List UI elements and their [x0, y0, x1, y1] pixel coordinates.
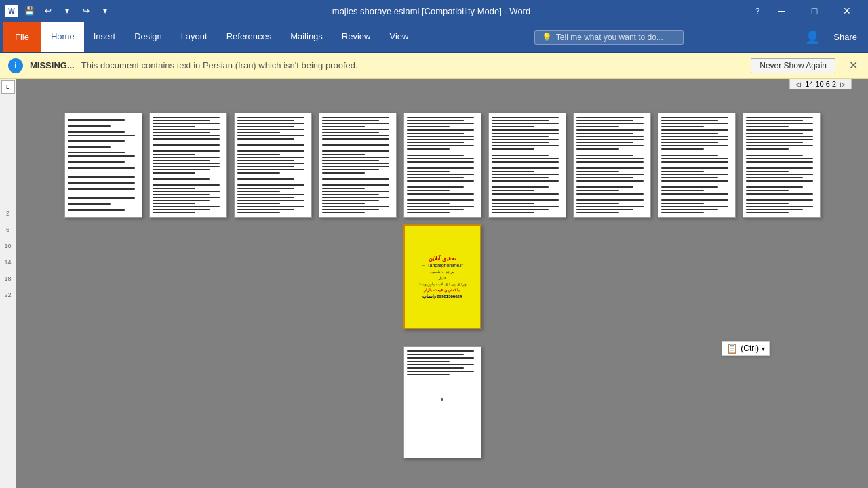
title-bar: W 💾 ↩ ▾ ↪ ▾ majles shoraye eslami [Compa…: [0, 0, 868, 22]
tab-view[interactable]: View: [380, 22, 418, 52]
ruler-numbers: 2 6 10 14 18 22: [4, 95, 11, 298]
tab-stop-button[interactable]: L: [1, 80, 15, 94]
page-9[interactable]: [743, 113, 821, 218]
tab-mailings[interactable]: Mailings: [281, 22, 332, 52]
undo-button[interactable]: ↩: [41, 3, 56, 18]
clipboard-icon: 📋: [726, 343, 738, 354]
page-10-ad[interactable]: تحقیق آنلاین Tahghighonline.ir ← مرجع دا…: [403, 224, 481, 329]
search-box[interactable]: 💡 Tell me what you want to do...: [534, 30, 684, 45]
page-2[interactable]: [149, 113, 227, 218]
page-content-7: [574, 113, 650, 217]
page-content-2: [150, 113, 226, 217]
page-content-3: [235, 113, 311, 217]
notification-message: This document contains text in Persian (…: [81, 60, 745, 70]
left-ruler: L 2 6 10 14 18 22: [0, 79, 16, 488]
close-button[interactable]: ✕: [831, 0, 863, 22]
share-button[interactable]: Share: [825, 22, 865, 52]
ad-content: تحقیق آنلاین Tahghighonline.ir ← مرجع دا…: [405, 226, 480, 328]
page-3[interactable]: [234, 113, 312, 218]
page-content-6: [489, 113, 566, 217]
tab-layout[interactable]: Layout: [172, 22, 217, 52]
paste-options-popup[interactable]: 📋 (Ctrl) ▾: [722, 341, 770, 356]
page-1[interactable]: [64, 113, 142, 218]
tab-file[interactable]: File: [3, 22, 41, 52]
tab-insert[interactable]: Insert: [84, 22, 125, 52]
notification-icon: i: [8, 58, 23, 73]
never-show-again-button[interactable]: Never Show Again: [751, 58, 835, 73]
ribbon-search-area: 💡 Tell me what you want to do...: [418, 22, 800, 52]
ribbon: File Home Insert Design Layout Reference…: [0, 22, 868, 53]
page-7[interactable]: [573, 113, 651, 218]
help-icon[interactable]: ?: [750, 3, 765, 18]
app-icon: W: [5, 5, 18, 17]
page-8[interactable]: [658, 113, 736, 218]
search-placeholder-text: Tell me what you want to do...: [556, 33, 663, 42]
page-content-9: [743, 113, 820, 217]
page-content-11: [404, 347, 481, 458]
tab-design[interactable]: Design: [125, 22, 171, 52]
pages-grid-row1: تحقیق آنلاین Tahghighonline.ir ← مرجع دا…: [30, 99, 854, 343]
window-title: majles shoraye eslami [Compatibility Mod…: [113, 6, 750, 16]
save-button[interactable]: 💾: [22, 3, 37, 18]
undo-dropdown[interactable]: ▾: [60, 3, 75, 18]
page-4[interactable]: [319, 113, 397, 218]
account-area[interactable]: 👤: [800, 22, 825, 52]
restore-button[interactable]: □: [799, 0, 830, 22]
page-content-1: [65, 113, 142, 217]
tab-references[interactable]: References: [217, 22, 281, 52]
page-6[interactable]: [488, 113, 566, 218]
page-content-5: [404, 113, 481, 217]
page-5[interactable]: [403, 113, 481, 218]
minimize-button[interactable]: ─: [766, 0, 797, 22]
tab-home[interactable]: Home: [41, 22, 84, 52]
notification-bar: i MISSING... This document contains text…: [0, 53, 868, 79]
ctrl-label: (Ctrl): [741, 344, 759, 353]
redo-button[interactable]: ↪: [79, 3, 94, 18]
tab-review[interactable]: Review: [332, 22, 380, 52]
page-11[interactable]: [403, 346, 481, 458]
lightbulb-icon: 💡: [542, 33, 552, 42]
ctrl-arrow: ▾: [762, 345, 765, 352]
ruler-indicator: ◁ 14 10 6 2 ▷: [789, 79, 852, 89]
page-content-8: [658, 113, 735, 217]
document-area: L 2 6 10 14 18 22 ◁ 14 10 6 2 ▷: [0, 79, 868, 488]
title-bar-left: W 💾 ↩ ▾ ↪ ▾: [5, 3, 113, 18]
customize-button[interactable]: ▾: [98, 3, 113, 18]
notification-close-button[interactable]: ✕: [846, 59, 860, 73]
title-bar-controls: ? ─ □ ✕: [750, 0, 863, 22]
notification-title: MISSING...: [30, 60, 75, 70]
page-content-4: [319, 113, 396, 217]
main-document-area[interactable]: ◁ 14 10 6 2 ▷: [16, 79, 868, 488]
pages-grid-row2: [403, 346, 481, 458]
